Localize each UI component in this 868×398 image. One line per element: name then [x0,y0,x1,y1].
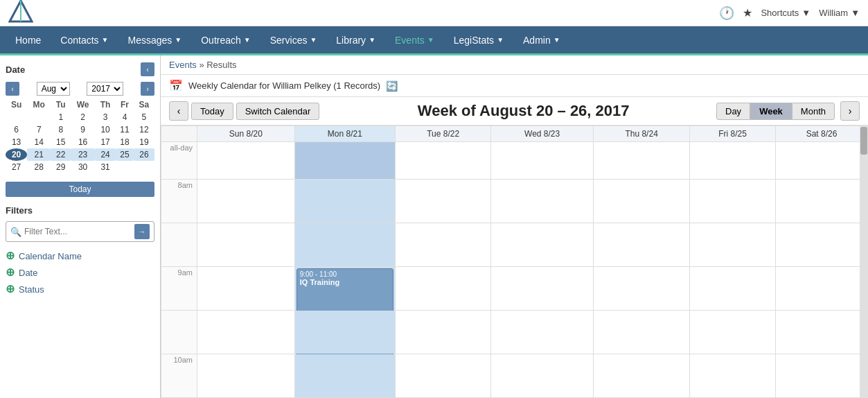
logo[interactable] [8,0,33,26]
row-10am: 10am [161,354,868,398]
switch-calendar-button[interactable]: Switch Calendar [236,103,320,120]
nav-services[interactable]: Services▼ [260,26,327,55]
breadcrumb-parent[interactable]: Events [169,60,197,70]
view-week-button[interactable]: Week [750,103,792,120]
label-8am: 8am [161,180,197,223]
col-thu: Thu 8/24 [594,126,690,142]
date-collapse-btn[interactable]: ‹ [141,62,154,76]
mini-cal-day[interactable]: 17 [95,136,116,148]
cell-8am-fri [690,180,776,223]
prev-week-button[interactable]: ‹ [169,101,188,121]
mini-cal-prev-btn[interactable]: ‹ [6,82,19,96]
filter-calendar-name[interactable]: ⊕ Calendar Name [6,248,154,264]
scrollbar[interactable] [860,126,868,398]
mini-cal-day[interactable]: 24 [95,148,116,161]
mini-cal-day[interactable]: 7 [27,123,51,136]
refresh-icon[interactable]: 🔄 [386,80,398,92]
mini-cal-day[interactable]: 21 [27,148,51,161]
month-select[interactable]: Aug [37,82,70,96]
nav-library[interactable]: Library▼ [326,26,385,55]
cal-header-su: Su [6,98,27,111]
today-nav-button[interactable]: Today [191,103,233,120]
view-day-button[interactable]: Day [716,103,750,120]
history-icon[interactable]: 🕐 [719,6,734,21]
filter-go-button[interactable]: → [134,224,150,239]
filter-text-input[interactable] [24,227,134,236]
mini-cal-day[interactable]: 15 [51,136,71,148]
mini-cal-day[interactable]: 4 [116,111,134,123]
row-8am: 8am [161,180,868,223]
mini-cal-day[interactable]: 26 [134,148,154,161]
event-time: 9:00 - 11:00 [300,270,390,278]
mini-cal-day[interactable]: 20 [6,148,27,161]
main-nav: Home Contacts▼ Messages▼ Outreach▼ Servi… [0,26,868,55]
cell-10am-mon [294,354,395,398]
filter-status[interactable]: ⊕ Status [6,281,154,297]
cell-830am-mon [294,223,395,267]
breadcrumb: Events » Results [161,55,868,75]
nav-events[interactable]: Events▼ [385,26,444,55]
nav-legistats[interactable]: LegiStats▼ [444,26,513,55]
time-col-header [161,126,197,142]
mini-cal-day[interactable] [27,111,51,123]
mini-cal-day[interactable] [134,161,154,173]
mini-cal-day[interactable]: 22 [51,148,71,161]
mini-cal-day[interactable]: 9 [71,123,95,136]
mini-cal-day[interactable]: 13 [6,136,27,148]
chevron-down-icon: ▼ [427,36,434,44]
allday-mon [294,142,395,180]
mini-cal-day[interactable]: 25 [116,148,134,161]
mini-cal-day[interactable] [116,161,134,173]
chevron-down-icon: ▼ [102,36,109,44]
mini-cal-day[interactable]: 27 [6,161,27,173]
mini-cal-day[interactable]: 28 [27,161,51,173]
mini-cal-day[interactable]: 11 [116,123,134,136]
cell-9am-sat [775,267,867,311]
shortcuts-menu[interactable]: Shortcuts ▼ [761,8,811,18]
mini-cal-day[interactable]: 14 [27,136,51,148]
mini-cal-day[interactable]: 29 [51,161,71,173]
mini-cal-day[interactable]: 12 [134,123,154,136]
nav-contacts[interactable]: Contacts▼ [51,26,118,55]
favorites-icon[interactable]: ★ [743,6,752,19]
cal-table: Sun 8/20 Mon 8/21 Tue 8/22 Wed 8/23 Thu … [161,126,868,398]
user-arrow: ▼ [851,8,860,18]
mini-cal-day[interactable]: 30 [71,161,95,173]
mini-cal-day[interactable]: 3 [95,111,116,123]
year-select[interactable]: 2017 [87,82,123,96]
mini-cal-day[interactable]: 16 [71,136,95,148]
cal-header-mo: Mo [27,98,51,111]
cell-830am-thu [594,223,690,267]
breadcrumb-current: Results [206,60,236,70]
mini-cal-day[interactable]: 2 [71,111,95,123]
allday-tue [396,142,491,180]
mini-cal-day[interactable]: 6 [6,123,27,136]
mini-cal-day[interactable]: 31 [95,161,116,173]
mini-cal-day[interactable] [6,111,27,123]
next-week-button[interactable]: › [840,101,860,121]
filter-date[interactable]: ⊕ Date [6,264,154,281]
cell-8am-sat [775,180,867,223]
cell-8am-sun [197,180,295,223]
nav-outreach[interactable]: Outreach▼ [191,26,260,55]
nav-admin[interactable]: Admin▼ [513,26,570,55]
mini-cal-day[interactable]: 19 [134,136,154,148]
user-menu[interactable]: William ▼ [819,8,860,18]
mini-cal-day[interactable]: 1 [51,111,71,123]
label-9-30am [161,311,197,354]
mini-cal-grid: Su Mo Tu We Th Fr Sa 1234567891011121314… [6,98,154,173]
mini-cal-day[interactable]: 23 [71,148,95,161]
nav-messages[interactable]: Messages▼ [118,26,192,55]
col-sun: Sun 8/20 [197,126,295,142]
view-month-button[interactable]: Month [792,103,835,120]
mini-cal-day[interactable]: 5 [134,111,154,123]
mini-cal-next-btn[interactable]: › [141,82,154,96]
col-wed: Wed 8/23 [491,126,594,142]
mini-cal-day[interactable]: 10 [95,123,116,136]
mini-cal-day[interactable]: 8 [51,123,71,136]
nav-home[interactable]: Home [6,26,51,55]
search-icon: 🔍 [10,227,21,237]
cell-8am-mon [294,180,395,223]
today-button[interactable]: Today [6,182,154,197]
mini-cal-day[interactable]: 18 [116,136,134,148]
